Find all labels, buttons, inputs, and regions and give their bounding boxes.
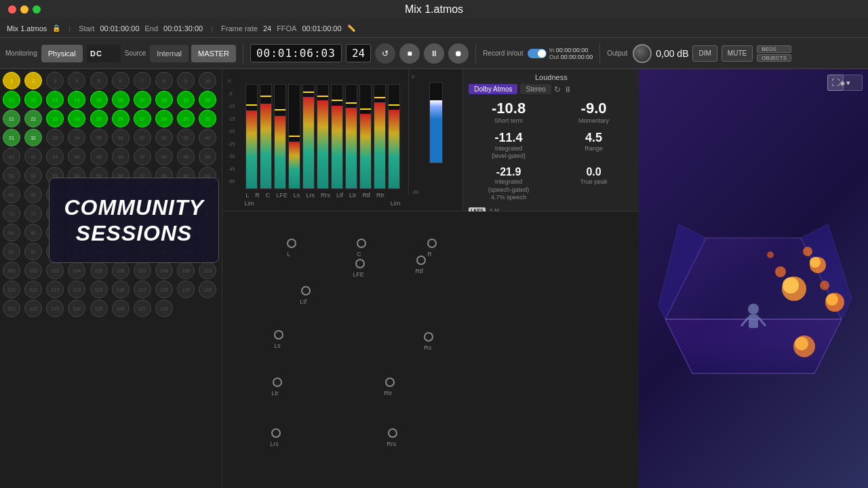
channel-dot-112[interactable]: 112 xyxy=(24,281,42,298)
stereo-tab[interactable]: Stereo xyxy=(520,84,551,94)
refresh-icon[interactable]: ↻ xyxy=(554,85,561,94)
objects-btn[interactable]: OBJECTS xyxy=(757,54,791,62)
channel-dot-41[interactable]: 41 xyxy=(3,148,20,165)
channel-dot-127[interactable]: 127 xyxy=(134,300,151,317)
speaker-Rrs[interactable]: Rrs xyxy=(388,428,397,438)
speaker-Rs[interactable]: Rs xyxy=(424,332,433,342)
channel-dot-113[interactable]: 113 xyxy=(46,281,64,298)
view-btn[interactable]: ◈ ▾ xyxy=(827,75,863,91)
channel-dot-30[interactable]: 30 xyxy=(199,110,216,127)
channel-dot-25[interactable]: 25 xyxy=(90,110,108,127)
channel-dot-21[interactable]: 21 xyxy=(3,110,20,127)
record-btn[interactable]: ⏺ xyxy=(448,43,469,64)
physical-btn[interactable]: Physical xyxy=(41,45,83,62)
output-knob[interactable] xyxy=(633,44,652,63)
channel-dot-24[interactable]: 24 xyxy=(68,110,85,127)
channel-dot-62[interactable]: 62 xyxy=(24,186,42,203)
speaker-Lrs[interactable]: Lrs xyxy=(271,428,281,438)
channel-dot-42[interactable]: 42 xyxy=(24,148,42,165)
channel-dot-9[interactable]: 9 xyxy=(177,72,195,89)
channel-dot-43[interactable]: 43 xyxy=(46,148,64,165)
speaker-Ls[interactable]: Ls xyxy=(274,330,283,340)
channel-dot-49[interactable]: 49 xyxy=(177,148,195,165)
channel-dot-48[interactable]: 48 xyxy=(155,148,173,165)
channel-dot-121[interactable]: 121 xyxy=(3,300,20,317)
channel-dot-23[interactable]: 23 xyxy=(46,110,64,127)
channel-dot-19[interactable]: 19 xyxy=(177,91,195,108)
channel-dot-116[interactable]: 116 xyxy=(112,281,130,298)
speaker-C[interactable]: C xyxy=(357,239,366,248)
channel-dot-7[interactable]: 7 xyxy=(134,72,151,89)
channel-dot-6[interactable]: 6 xyxy=(112,72,130,89)
channel-dot-91[interactable]: 91 xyxy=(3,243,20,260)
close-button[interactable] xyxy=(8,5,16,14)
channel-dot-31[interactable]: 31 xyxy=(3,129,20,146)
channel-dot-117[interactable]: 117 xyxy=(134,281,151,298)
channel-dot-44[interactable]: 44 xyxy=(68,148,85,165)
speaker-Ltr[interactable]: Ltr xyxy=(273,378,282,387)
channel-dot-1[interactable]: 1 xyxy=(3,72,20,89)
channel-dot-22[interactable]: 22 xyxy=(24,110,42,127)
channel-dot-11[interactable]: 11 xyxy=(3,91,20,108)
channel-dot-10[interactable]: 10 xyxy=(199,72,216,89)
speaker-LFE[interactable]: LFE xyxy=(355,259,365,268)
channel-dot-13[interactable]: 13 xyxy=(46,91,64,108)
atmos-tab[interactable]: Dolby Atmos xyxy=(469,84,517,94)
channel-dot-128[interactable]: 128 xyxy=(155,300,173,317)
channel-dot-92[interactable]: 92 xyxy=(24,243,42,260)
channel-dot-109[interactable]: 109 xyxy=(177,262,195,279)
channel-dot-51[interactable]: 51 xyxy=(3,167,20,184)
channel-dot-18[interactable]: 18 xyxy=(155,91,173,108)
channel-dot-126[interactable]: 126 xyxy=(112,300,130,317)
channel-dot-16[interactable]: 16 xyxy=(112,91,130,108)
pause-btn[interactable]: ⏸ xyxy=(424,43,444,64)
history-btn[interactable]: ↺ xyxy=(375,43,395,64)
channel-dot-40[interactable]: 40 xyxy=(199,129,216,146)
fullscreen-button[interactable] xyxy=(33,5,41,14)
master-btn[interactable]: MASTER xyxy=(191,45,236,62)
channel-dot-125[interactable]: 125 xyxy=(90,300,108,317)
channel-dot-114[interactable]: 114 xyxy=(68,281,85,298)
channel-dot-110[interactable]: 110 xyxy=(199,262,216,279)
beds-btn[interactable]: BEDS xyxy=(757,45,791,53)
channel-dot-47[interactable]: 47 xyxy=(134,148,151,165)
channel-dot-118[interactable]: 118 xyxy=(155,281,173,298)
channel-dot-3[interactable]: 3 xyxy=(46,72,64,89)
channel-dot-5[interactable]: 5 xyxy=(90,72,108,89)
channel-dot-82[interactable]: 82 xyxy=(24,224,42,241)
speaker-Ltf[interactable]: Ltf xyxy=(301,286,311,296)
channel-dot-102[interactable]: 102 xyxy=(24,262,42,279)
channel-dot-120[interactable]: 120 xyxy=(199,281,216,298)
channel-dot-81[interactable]: 81 xyxy=(3,224,20,241)
channel-dot-33[interactable]: 33 xyxy=(46,129,64,146)
record-toggle[interactable] xyxy=(528,49,547,58)
channel-dot-123[interactable]: 123 xyxy=(46,300,64,317)
edit-icon[interactable]: ✏️ xyxy=(347,24,355,32)
channel-dot-15[interactable]: 15 xyxy=(90,91,108,108)
channel-dot-115[interactable]: 115 xyxy=(90,281,108,298)
channel-dot-106[interactable]: 106 xyxy=(112,262,130,279)
channel-dot-124[interactable]: 124 xyxy=(68,300,85,317)
channel-dot-45[interactable]: 45 xyxy=(90,148,108,165)
channel-dot-35[interactable]: 35 xyxy=(90,129,108,146)
channel-dot-17[interactable]: 17 xyxy=(134,91,151,108)
channel-dot-71[interactable]: 71 xyxy=(3,205,20,222)
channel-dot-111[interactable]: 111 xyxy=(3,281,20,298)
channel-dot-72[interactable]: 72 xyxy=(24,205,42,222)
channel-dot-61[interactable]: 61 xyxy=(3,186,20,203)
channel-dot-8[interactable]: 8 xyxy=(155,72,173,89)
speaker-Rtr[interactable]: Rtr xyxy=(385,378,395,387)
channel-dot-38[interactable]: 38 xyxy=(155,129,173,146)
channel-dot-36[interactable]: 36 xyxy=(112,129,130,146)
stop-btn[interactable]: ■ xyxy=(399,43,420,64)
channel-dot-107[interactable]: 107 xyxy=(134,262,151,279)
channel-dot-12[interactable]: 12 xyxy=(24,91,42,108)
channel-dot-104[interactable]: 104 xyxy=(68,262,85,279)
channel-dot-50[interactable]: 50 xyxy=(199,148,216,165)
mute-btn[interactable]: MUTE xyxy=(722,45,753,62)
channel-dot-103[interactable]: 103 xyxy=(46,262,64,279)
channel-dot-46[interactable]: 46 xyxy=(112,148,130,165)
channel-dot-52[interactable]: 52 xyxy=(24,167,42,184)
channel-dot-28[interactable]: 28 xyxy=(155,110,173,127)
channel-dot-29[interactable]: 29 xyxy=(177,110,195,127)
